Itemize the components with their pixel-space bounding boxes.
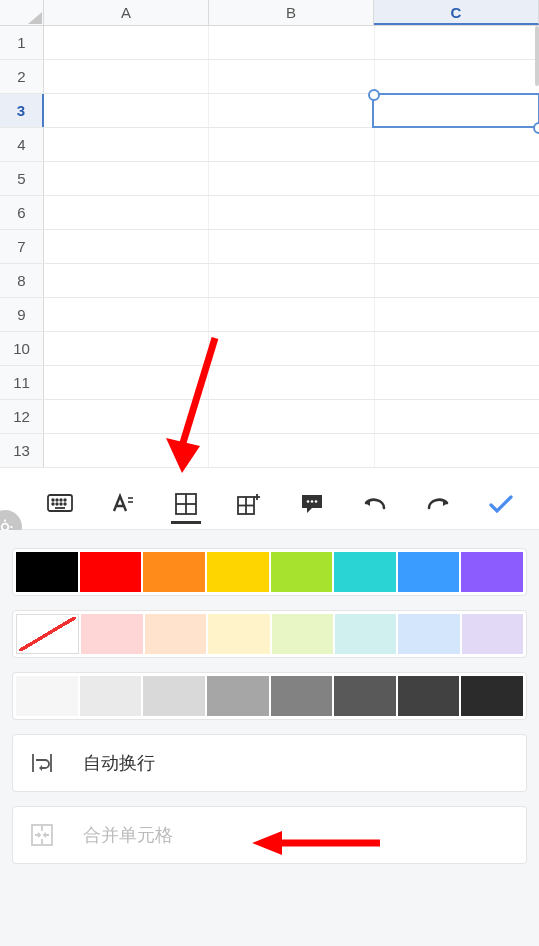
cell-A9[interactable] — [44, 298, 209, 331]
row-header-9[interactable]: 9 — [0, 298, 44, 331]
color-swatch-eaeaea[interactable] — [80, 676, 142, 716]
cell-C8[interactable] — [375, 264, 539, 297]
cell-B7[interactable] — [209, 230, 374, 263]
table-row: 12 — [0, 400, 539, 434]
row-header-10[interactable]: 10 — [0, 332, 44, 365]
cell-C3[interactable] — [372, 93, 539, 128]
color-swatch-e2d9f7[interactable] — [462, 614, 523, 654]
color-swatch-d0f0ef[interactable] — [335, 614, 396, 654]
row-header-12[interactable]: 12 — [0, 400, 44, 433]
row-header-5[interactable]: 5 — [0, 162, 44, 195]
color-swatch-8c5cff[interactable] — [461, 552, 523, 592]
color-swatch-fff4c9[interactable] — [208, 614, 269, 654]
cell-C11[interactable] — [375, 366, 539, 399]
row-header-7[interactable]: 7 — [0, 230, 44, 263]
color-swatch-d3e6fb[interactable] — [398, 614, 459, 654]
svg-point-9 — [64, 499, 66, 501]
cell-B5[interactable] — [209, 162, 374, 195]
svg-point-25 — [307, 500, 310, 503]
svg-point-26 — [311, 500, 314, 503]
cell-B10[interactable] — [209, 332, 374, 365]
cell-B3[interactable] — [209, 94, 374, 127]
row-header-13[interactable]: 13 — [0, 434, 44, 467]
cell-C1[interactable] — [375, 26, 539, 59]
cell-A12[interactable] — [44, 400, 209, 433]
color-swatch-000000[interactable] — [16, 552, 78, 592]
column-header-A[interactable]: A — [44, 0, 209, 25]
color-swatch-2b2b2b[interactable] — [461, 676, 523, 716]
format-toolbar — [0, 478, 539, 530]
row-header-1[interactable]: 1 — [0, 26, 44, 59]
svg-point-12 — [60, 503, 62, 505]
cell-C13[interactable] — [375, 434, 539, 467]
cell-B1[interactable] — [209, 26, 374, 59]
cell-B12[interactable] — [209, 400, 374, 433]
color-swatch-ffd6d6[interactable] — [81, 614, 142, 654]
cell-A3[interactable] — [44, 94, 209, 127]
color-swatch-595959[interactable] — [334, 676, 396, 716]
cell-format-icon[interactable] — [169, 482, 203, 526]
table-row: 2 — [0, 60, 539, 94]
color-swatch-a6e22e[interactable] — [271, 552, 333, 592]
color-swatch-a6a6a6[interactable] — [207, 676, 269, 716]
row-header-4[interactable]: 4 — [0, 128, 44, 161]
color-swatch-ffd500[interactable] — [207, 552, 269, 592]
color-swatch-414141[interactable] — [398, 676, 460, 716]
text-format-icon[interactable] — [106, 482, 140, 526]
cell-C2[interactable] — [375, 60, 539, 93]
cell-C6[interactable] — [375, 196, 539, 229]
cell-B4[interactable] — [209, 128, 374, 161]
color-swatch-ff8c1a[interactable] — [143, 552, 205, 592]
merge-cells-button[interactable]: 合并单元格 — [12, 806, 527, 864]
selection-handle-br[interactable] — [533, 122, 539, 134]
cell-A8[interactable] — [44, 264, 209, 297]
cell-A1[interactable] — [44, 26, 209, 59]
confirm-icon[interactable] — [484, 482, 518, 526]
selection-handle-tl[interactable] — [368, 89, 380, 101]
cell-B9[interactable] — [209, 298, 374, 331]
cell-C10[interactable] — [375, 332, 539, 365]
cell-B13[interactable] — [209, 434, 374, 467]
cell-C12[interactable] — [375, 400, 539, 433]
row-header-8[interactable]: 8 — [0, 264, 44, 297]
cell-B8[interactable] — [209, 264, 374, 297]
color-swatch-e8f5c5[interactable] — [272, 614, 333, 654]
row-header-6[interactable]: 6 — [0, 196, 44, 229]
wrap-text-button[interactable]: 自动换行 — [12, 734, 527, 792]
undo-icon[interactable] — [358, 482, 392, 526]
cell-A10[interactable] — [44, 332, 209, 365]
merge-cells-icon — [29, 824, 55, 846]
row-header-11[interactable]: 11 — [0, 366, 44, 399]
cell-A5[interactable] — [44, 162, 209, 195]
color-swatch-828282[interactable] — [271, 676, 333, 716]
color-swatch-no-fill[interactable] — [16, 614, 79, 654]
row-header-2[interactable]: 2 — [0, 60, 44, 93]
cell-A2[interactable] — [44, 60, 209, 93]
color-swatch-ff0000[interactable] — [80, 552, 142, 592]
comment-icon[interactable] — [295, 482, 329, 526]
column-header-C[interactable]: C — [374, 0, 539, 25]
cell-B11[interactable] — [209, 366, 374, 399]
color-swatch-ffe3cc[interactable] — [145, 614, 206, 654]
color-swatch-2ad4d4[interactable] — [334, 552, 396, 592]
keyboard-icon[interactable] — [43, 482, 77, 526]
color-swatch-f6f6f6[interactable] — [16, 676, 78, 716]
cell-B6[interactable] — [209, 196, 374, 229]
insert-icon[interactable] — [232, 482, 266, 526]
cell-C7[interactable] — [375, 230, 539, 263]
cell-A7[interactable] — [44, 230, 209, 263]
cell-A13[interactable] — [44, 434, 209, 467]
color-swatch-3b9cff[interactable] — [398, 552, 460, 592]
scrollbar-vertical[interactable] — [535, 26, 539, 86]
redo-icon[interactable] — [421, 482, 455, 526]
cell-A11[interactable] — [44, 366, 209, 399]
cell-A4[interactable] — [44, 128, 209, 161]
cell-C5[interactable] — [375, 162, 539, 195]
column-header-B[interactable]: B — [209, 0, 374, 25]
cell-C4[interactable] — [375, 128, 539, 161]
row-header-3[interactable]: 3 — [0, 94, 44, 127]
cell-A6[interactable] — [44, 196, 209, 229]
cell-C9[interactable] — [375, 298, 539, 331]
cell-B2[interactable] — [209, 60, 374, 93]
color-swatch-d9d9d9[interactable] — [143, 676, 205, 716]
